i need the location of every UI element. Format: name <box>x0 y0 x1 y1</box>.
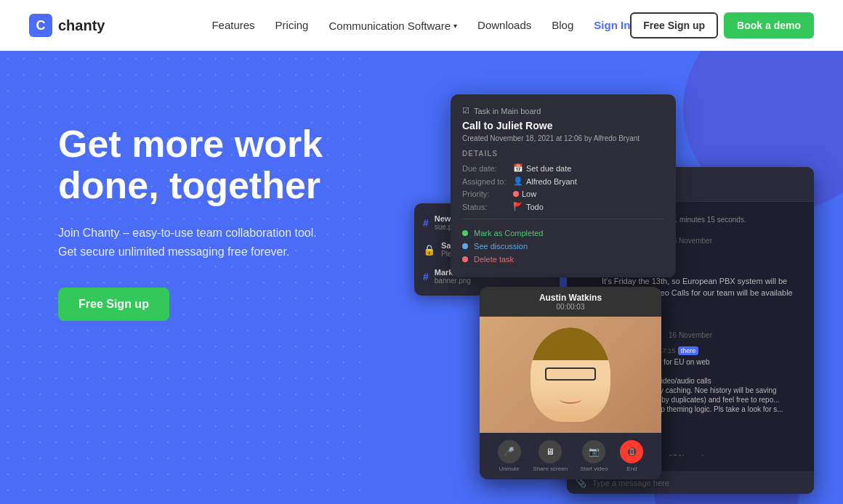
person-icon: 👤 <box>513 176 523 186</box>
task-card-created: Created November 18, 2021 at 12:06 by Al… <box>462 134 664 142</box>
nav-item-pricing[interactable]: Pricing <box>275 19 309 32</box>
nav-link-signin[interactable]: Sign In <box>594 19 630 31</box>
hero-screenshots: ☑ Task in Main board Call to Juliet Rowe… <box>392 94 814 501</box>
task-priority-row: Priority: Low <box>462 190 664 198</box>
chat-input-field[interactable]: Type a message here <box>592 479 805 487</box>
chevron-down-icon: ▾ <box>453 22 457 30</box>
nav-item-blog[interactable]: Blog <box>552 19 573 32</box>
discussion-dot <box>462 243 468 249</box>
task-details-label: DETAILS <box>462 150 664 158</box>
nav-links: Features Pricing Communication Software … <box>211 19 630 32</box>
nav-link-features[interactable]: Features <box>211 19 254 31</box>
nav-book-demo-button[interactable]: Book a demo <box>724 12 814 38</box>
logo-text: chanty <box>58 17 105 34</box>
channel-hash-icon-2: # <box>423 271 429 283</box>
mention-tag: there <box>678 346 699 355</box>
video-person-face <box>531 328 610 422</box>
task-icon: ☑ <box>462 106 469 115</box>
navbar: C chanty Features Pricing Communication … <box>0 0 843 51</box>
task-card: ☑ Task in Main board Call to Juliet Rowe… <box>451 94 676 277</box>
video-caller-name: Austin Watkins <box>488 293 653 303</box>
logo-icon: C <box>29 14 52 37</box>
nav-item-features[interactable]: Features <box>211 19 254 32</box>
hero-title: Get more work done, together <box>58 123 363 206</box>
hero-free-signup-button[interactable]: Free Sign up <box>58 288 169 321</box>
share-screen-button[interactable]: 🖥 Share screen <box>533 440 568 472</box>
flag-icon: 🚩 <box>513 202 523 211</box>
nav-link-blog[interactable]: Blog <box>552 19 573 31</box>
channel-lock-icon: 🔒 <box>423 244 435 256</box>
start-video-button[interactable]: 📷 Start video <box>580 440 608 472</box>
video-call-header: Austin Watkins 00:00:03 <box>480 287 661 317</box>
calendar-icon: 📅 <box>513 163 523 173</box>
task-action-delete[interactable]: Delete task <box>462 253 664 266</box>
video-call-card: Austin Watkins 00:00:03 🎤 Unmute <box>480 287 661 479</box>
nav-free-signup-button[interactable]: Free Sign up <box>630 12 718 38</box>
task-due-date-row: Due date: 📅 Set due date <box>462 163 664 173</box>
hero-subtitle: Join Chanty – easy-to-use team collabora… <box>58 224 334 261</box>
end-call-icon: 📵 <box>620 440 643 463</box>
paperclip-icon: 📎 <box>576 478 586 488</box>
nav-item-comm-software[interactable]: Communication Software ▾ <box>328 20 457 32</box>
video-frame <box>480 317 661 433</box>
nav-link-downloads[interactable]: Downloads <box>477 19 531 31</box>
camera-icon: 📷 <box>582 440 605 463</box>
end-call-button[interactable]: 📵 End <box>620 440 643 472</box>
nav-item-signin[interactable]: Sign In <box>594 19 630 32</box>
channel-hash-icon: # <box>423 217 429 229</box>
task-card-header: ☑ Task in Main board <box>462 106 664 115</box>
task-card-title: Call to Juliet Rowe <box>462 120 664 131</box>
nav-link-comm-software[interactable]: Communication Software ▾ <box>328 20 457 32</box>
task-action-complete[interactable]: Mark as Completed <box>462 227 664 240</box>
video-controls: 🎤 Unmute 🖥 Share screen 📷 Start video 📵 … <box>480 433 661 479</box>
complete-dot <box>462 230 468 236</box>
hero-content: Get more work done, together Join Chanty… <box>58 94 363 321</box>
task-status-row: Status: 🚩 Todo <box>462 202 664 211</box>
task-assigned-row: Assigned to: 👤 Alfredo Bryant <box>462 176 664 186</box>
unmute-button[interactable]: 🎤 Unmute <box>498 440 521 472</box>
mic-icon: 🎤 <box>498 440 521 463</box>
nav-item-downloads[interactable]: Downloads <box>477 19 531 32</box>
task-divider <box>462 219 664 219</box>
task-action-discussion[interactable]: See discussion <box>462 240 664 253</box>
priority-dot <box>513 191 519 197</box>
logo-area[interactable]: C chanty <box>29 14 105 37</box>
hero-section: Get more work done, together Join Chanty… <box>0 51 843 504</box>
nav-link-pricing[interactable]: Pricing <box>275 19 309 31</box>
share-screen-icon: 🖥 <box>539 440 562 463</box>
video-timer: 00:00:03 <box>488 303 653 311</box>
delete-dot <box>462 256 468 262</box>
